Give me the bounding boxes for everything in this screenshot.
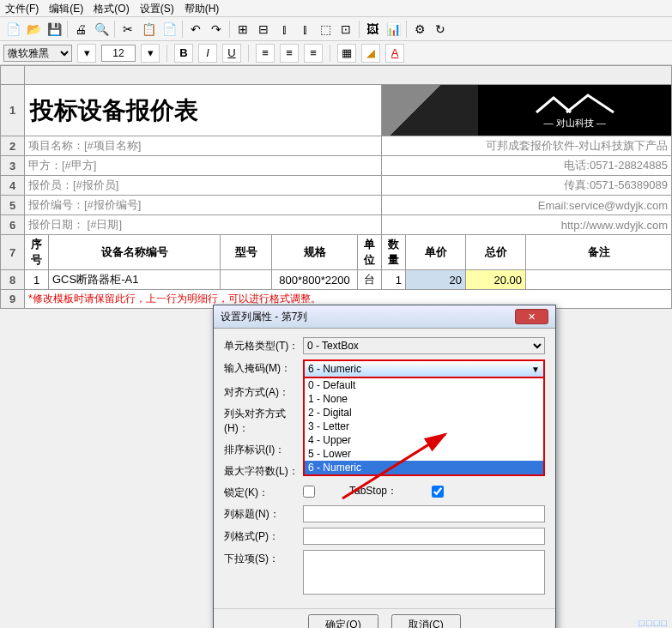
insert-row-icon[interactable]: ⊞ bbox=[233, 20, 252, 39]
cell[interactable]: 报价员：[#报价员] bbox=[25, 176, 382, 196]
mask-option[interactable]: 4 - Upper bbox=[305, 433, 543, 447]
align-right-icon[interactable]: ≡ bbox=[304, 44, 323, 63]
cell-type-select[interactable]: 0 - TextBox bbox=[303, 337, 545, 354]
merge-icon[interactable]: ⬚ bbox=[316, 20, 335, 39]
font-size-dropdown-icon[interactable]: ▾ bbox=[141, 44, 160, 63]
image-icon[interactable]: 🖼 bbox=[363, 20, 382, 39]
align-center-icon[interactable]: ≡ bbox=[280, 44, 299, 63]
cell[interactable]: 传真:0571-56389089 bbox=[382, 176, 672, 196]
dialog-titlebar[interactable]: 设置列属性 - 第7列 ✕ bbox=[214, 305, 555, 329]
row-header[interactable]: 1 bbox=[1, 85, 25, 136]
cell[interactable]: Email:service@wdyjk.com bbox=[382, 196, 672, 215]
col-header-total[interactable]: 总价 bbox=[466, 235, 526, 270]
row-header[interactable]: 7 bbox=[1, 235, 25, 270]
align-left-icon[interactable]: ≡ bbox=[256, 44, 275, 63]
row-header[interactable]: 9 bbox=[1, 290, 25, 309]
row-header[interactable]: 6 bbox=[1, 215, 25, 235]
mask-option-selected[interactable]: 6 - Numeric bbox=[305, 461, 543, 474]
split-icon[interactable]: ⊡ bbox=[336, 20, 355, 39]
cell[interactable]: 可邦成套报价软件-对山科技旗下产品 bbox=[382, 136, 672, 156]
undo-icon[interactable]: ↶ bbox=[186, 20, 205, 39]
delete-col-icon[interactable]: ⫿ bbox=[295, 20, 314, 39]
toolbar: 📄 📂 💾 🖨 🔍 ✂ 📋 📄 ↶ ↷ ⊞ ⊟ ⫿ ⫿ ⬚ ⊡ 🖼 📊 ⚙ ↻ bbox=[0, 17, 672, 41]
italic-button[interactable]: I bbox=[198, 44, 217, 63]
row-header[interactable]: 4 bbox=[1, 176, 25, 196]
lock-checkbox[interactable] bbox=[303, 486, 315, 498]
col-header-remark[interactable]: 备注 bbox=[526, 235, 672, 270]
col-header-seq[interactable]: 序号 bbox=[25, 235, 49, 270]
cell[interactable]: http://www.wdyjk.com bbox=[382, 215, 672, 235]
col-title-input[interactable] bbox=[303, 505, 545, 522]
cell-qty[interactable]: 1 bbox=[382, 270, 406, 290]
cell[interactable]: 报价编号：[#报价编号] bbox=[25, 196, 382, 215]
underline-button[interactable]: U bbox=[222, 44, 241, 63]
chart-icon[interactable]: 📊 bbox=[384, 20, 403, 39]
col-header-name[interactable]: 设备名称编号 bbox=[49, 235, 221, 270]
cut-icon[interactable]: ✂ bbox=[118, 20, 137, 39]
mask-selected: 6 - Numeric bbox=[308, 363, 361, 375]
font-size-input[interactable] bbox=[101, 45, 136, 62]
col-header-spec[interactable]: 规格 bbox=[272, 235, 358, 270]
row-header[interactable]: 3 bbox=[1, 156, 25, 176]
mask-option[interactable]: 2 - Digital bbox=[305, 406, 543, 420]
settings-icon[interactable]: ⚙ bbox=[410, 20, 429, 39]
corner-cell[interactable] bbox=[1, 66, 25, 85]
input-mask-dropdown[interactable]: 6 - Numeric▼ 0 - Default 1 - None 2 - Di… bbox=[303, 359, 545, 378]
menu-bar: 文件(F) 编辑(E) 格式(O) 设置(S) 帮助(H) bbox=[0, 0, 672, 17]
refresh-icon[interactable]: ↻ bbox=[431, 20, 450, 39]
font-color-icon[interactable]: A bbox=[385, 44, 404, 63]
redo-icon[interactable]: ↷ bbox=[207, 20, 226, 39]
copy-icon[interactable]: 📋 bbox=[139, 20, 158, 39]
cell-name[interactable]: GCS断路器柜-A1 bbox=[49, 270, 221, 290]
cell-remark[interactable] bbox=[526, 270, 672, 290]
document-title[interactable]: 投标设备报价表 bbox=[25, 85, 382, 136]
row-header[interactable]: 2 bbox=[1, 136, 25, 156]
border-icon[interactable]: ▦ bbox=[337, 44, 356, 63]
new-icon[interactable]: 📄 bbox=[3, 20, 22, 39]
ok-button[interactable]: 确定(O) bbox=[308, 614, 378, 628]
col-format-input[interactable] bbox=[303, 528, 545, 545]
font-name-select[interactable]: 微软雅黑 bbox=[3, 45, 72, 62]
row-header[interactable]: 5 bbox=[1, 196, 25, 215]
menu-settings[interactable]: 设置(S) bbox=[140, 2, 174, 15]
dropdown-items-textarea[interactable] bbox=[303, 550, 545, 595]
paste-icon[interactable]: 📄 bbox=[160, 20, 179, 39]
save-icon[interactable]: 💾 bbox=[45, 20, 64, 39]
col-header-unit[interactable]: 单位 bbox=[358, 235, 382, 270]
col-header-model[interactable]: 型号 bbox=[221, 235, 272, 270]
cell-total[interactable]: 20.00 bbox=[466, 270, 526, 290]
delete-row-icon[interactable]: ⊟ bbox=[254, 20, 273, 39]
cell-unit[interactable]: 台 bbox=[358, 270, 382, 290]
cell[interactable]: 项目名称：[#项目名称] bbox=[25, 136, 382, 156]
cell-spec[interactable]: 800*800*2200 bbox=[272, 270, 358, 290]
cell[interactable]: 甲方：[#甲方] bbox=[25, 156, 382, 176]
mask-option[interactable]: 1 - None bbox=[305, 392, 543, 406]
mask-option[interactable]: 0 - Default bbox=[305, 378, 543, 392]
tabstop-checkbox[interactable] bbox=[432, 486, 444, 498]
row-header[interactable]: 8 bbox=[1, 270, 25, 290]
bold-button[interactable]: B bbox=[174, 44, 193, 63]
fill-color-icon[interactable]: ◢ bbox=[361, 44, 380, 63]
menu-format[interactable]: 格式(O) bbox=[94, 2, 129, 15]
font-dropdown-icon[interactable]: ▾ bbox=[77, 44, 96, 63]
insert-col-icon[interactable]: ⫿ bbox=[275, 20, 294, 39]
menu-edit[interactable]: 编辑(E) bbox=[49, 2, 83, 15]
print-icon[interactable]: 🖨 bbox=[71, 20, 90, 39]
open-icon[interactable]: 📂 bbox=[24, 20, 43, 39]
cell[interactable]: 报价日期： [#日期] bbox=[25, 215, 382, 235]
preview-icon[interactable]: 🔍 bbox=[92, 20, 111, 39]
cancel-button[interactable]: 取消(C) bbox=[391, 614, 461, 628]
col-header-qty[interactable]: 数量 bbox=[382, 235, 406, 270]
mask-option[interactable]: 5 - Lower bbox=[305, 447, 543, 461]
cell-type-label: 单元格类型(T)： bbox=[224, 337, 303, 353]
cell[interactable]: 电话:0571-28824885 bbox=[382, 156, 672, 176]
close-icon[interactable]: ✕ bbox=[515, 309, 548, 324]
spreadsheet: 1 投标设备报价表 — 对山科技 — 2项目名称：[#项目名称]可邦成套报价软件… bbox=[0, 65, 672, 309]
menu-help[interactable]: 帮助(H) bbox=[185, 2, 220, 15]
cell-model[interactable] bbox=[221, 270, 272, 290]
mask-option[interactable]: 3 - Letter bbox=[305, 420, 543, 433]
col-header-price[interactable]: 单价 bbox=[406, 235, 466, 270]
cell-seq[interactable]: 1 bbox=[25, 270, 49, 290]
menu-file[interactable]: 文件(F) bbox=[5, 2, 39, 15]
cell-price[interactable]: 20 bbox=[406, 270, 466, 290]
